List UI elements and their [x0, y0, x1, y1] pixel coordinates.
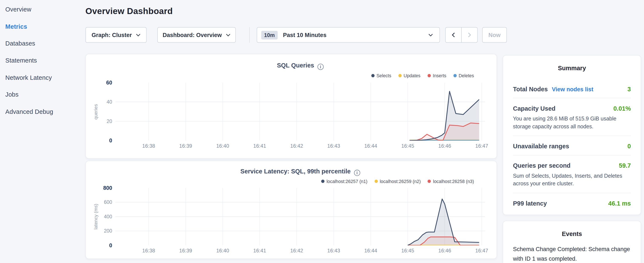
x-axis-tick-label: 16:43 [320, 248, 347, 254]
x-axis-tick-label: 16:41 [247, 143, 273, 149]
legend-label: Inserts [433, 73, 446, 78]
service-latency-chart-card: Service Latency: SQL, 99th percentilei l… [86, 161, 497, 259]
summary-panel: Summary Total Nodes View nodes list 3 Ca… [502, 55, 641, 215]
right-column: Summary Total Nodes View nodes list 3 Ca… [502, 55, 641, 263]
chart-title-text: Service Latency: SQL, 99th percentile [240, 168, 351, 175]
summary-value: 59.7 [619, 162, 631, 169]
sidebar: Overview Metrics Databases Statements Ne… [5, 1, 79, 120]
x-axis-tick-label: 16:45 [394, 143, 421, 149]
time-window-select[interactable]: 10m Past 10 Minutes [256, 27, 440, 43]
x-axis-tick-label: 16:41 [247, 248, 273, 254]
x-axis-tick-label: 16:46 [432, 143, 458, 149]
x-axis-tick-label: 16:42 [284, 143, 310, 149]
sidebar-item-metrics[interactable]: Metrics [5, 18, 79, 35]
summary-value: 0.01% [614, 105, 631, 112]
sidebar-item-network-latency[interactable]: Network Latency [5, 69, 79, 86]
events-panel: Events Schema Change Completed: Schema c… [502, 221, 641, 263]
x-axis-tick-label: 16:47 [468, 143, 495, 149]
chart-title: Service Latency: SQL, 99th percentilei [116, 168, 485, 176]
x-axis-tick-label: 16:40 [210, 143, 236, 149]
chevron-down-icon [136, 34, 140, 36]
legend-item: localhost:26258 (n3) [428, 179, 474, 184]
legend-label: Deletes [458, 73, 474, 78]
time-window-badge: 10m [261, 31, 278, 39]
x-axis-tick-label: 16:42 [284, 248, 310, 254]
chevron-right-icon [468, 33, 471, 38]
time-prev-button[interactable] [445, 27, 462, 43]
y-axis-tick-label: 60 [96, 80, 112, 86]
page-title: Overview Dashboard [86, 6, 173, 16]
now-button[interactable]: Now [482, 27, 507, 43]
x-axis-tick-label: 16:38 [136, 248, 162, 254]
y-axis-label: latency (ms) [93, 204, 98, 229]
legend-item: Updates [398, 73, 420, 78]
event-item-text[interactable]: Schema Change Completed: Schema change w… [513, 244, 631, 263]
sidebar-item-statements[interactable]: Statements [5, 52, 79, 69]
legend-label: localhost:26258 (n3) [433, 179, 474, 184]
x-axis-tick-label: 16:46 [432, 248, 458, 254]
chart-legend: SelectsUpdatesInsertsDeletes [371, 73, 474, 78]
chart-canvas [116, 188, 485, 245]
x-axis-tick-label: 16:45 [394, 248, 421, 254]
chart-title: SQL Queriesi [116, 62, 485, 70]
y-axis-label: queries [93, 104, 98, 119]
legend-label: Selects [376, 73, 392, 78]
sidebar-item-databases[interactable]: Databases [5, 35, 79, 52]
legend-dot-icon [321, 180, 324, 183]
summary-label: Queries per second [513, 162, 571, 169]
y-axis-tick-label: 0 [96, 137, 112, 144]
chart-legend: localhost:26257 (n1)localhost:26259 (n2)… [321, 179, 474, 184]
x-axis-tick-label: 16:43 [320, 143, 347, 149]
chevron-left-icon [452, 33, 455, 38]
summary-row-capacity-used: Capacity Used 0.01% You are using 28.6 M… [513, 98, 631, 136]
y-axis-tick-label: 800 [96, 185, 112, 191]
summary-row-p99-latency: P99 latency 46.1 ms [513, 193, 631, 212]
time-window-label: Past 10 Minutes [283, 32, 326, 38]
legend-dot-icon [428, 180, 431, 183]
y-axis-tick-label: 0 [96, 242, 112, 248]
legend-dot-icon [398, 74, 402, 77]
chart-canvas [116, 83, 485, 140]
legend-label: localhost:26259 (n2) [380, 179, 421, 184]
summary-label: P99 latency [513, 200, 547, 207]
legend-item: Selects [371, 73, 392, 78]
legend-item: localhost:26257 (n1) [321, 179, 368, 184]
summary-row-total-nodes: Total Nodes View nodes list 3 [513, 79, 631, 98]
x-axis-tick-label: 16:39 [173, 248, 199, 254]
legend-dot-icon [453, 74, 456, 77]
info-icon[interactable]: i [354, 170, 360, 176]
toolbar-divider [250, 27, 250, 43]
legend-item: Inserts [427, 73, 446, 78]
summary-rows: Total Nodes View nodes list 3 Capacity U… [513, 79, 631, 212]
sidebar-item-overview[interactable]: Overview [5, 1, 79, 18]
time-next-button[interactable] [461, 27, 478, 43]
chart-title-text: SQL Queries [277, 62, 314, 69]
legend-label: Updates [404, 73, 420, 78]
sidebar-item-jobs[interactable]: Jobs [5, 86, 79, 103]
legend-label: localhost:26257 (n1) [326, 179, 368, 184]
summary-label: Unavailable ranges [513, 143, 569, 150]
summary-description: Sum of Selects, Updates, Inserts, and De… [513, 172, 631, 187]
legend-item: localhost:26259 (n2) [374, 179, 421, 184]
x-axis-tick-label: 16:38 [136, 143, 162, 149]
legend-item: Deletes [453, 73, 474, 78]
x-axis-tick-label: 16:47 [468, 248, 495, 254]
chevron-down-icon [226, 34, 230, 36]
legend-dot-icon [427, 74, 430, 77]
summary-description: You are using 28.6 MiB of 515.9 GiB usab… [513, 115, 631, 130]
summary-row-queries-per-second: Queries per second 59.7 Sum of Selects, … [513, 155, 631, 193]
summary-value: 3 [628, 86, 631, 93]
sidebar-item-advanced-debug[interactable]: Advanced Debug [5, 103, 79, 120]
summary-label: Total Nodes [513, 86, 548, 93]
graph-dropdown[interactable]: Graph: Cluster [86, 27, 147, 43]
view-nodes-list-link[interactable]: View nodes list [552, 86, 594, 93]
legend-dot-icon [371, 74, 374, 77]
info-icon[interactable]: i [318, 64, 324, 70]
service-latency-plot [116, 188, 485, 245]
admin-ui-root: Overview Metrics Databases Statements Ne… [0, 0, 644, 263]
summary-row-unavailable-ranges: Unavailable ranges 0 [513, 136, 631, 155]
chevron-down-icon [428, 34, 433, 36]
sql-queries-chart-card: SQL Queriesi SelectsUpdatesInsertsDelete… [86, 54, 497, 159]
dashboard-dropdown-label: Dashboard: Overview [163, 32, 222, 38]
dashboard-dropdown[interactable]: Dashboard: Overview [157, 27, 236, 43]
